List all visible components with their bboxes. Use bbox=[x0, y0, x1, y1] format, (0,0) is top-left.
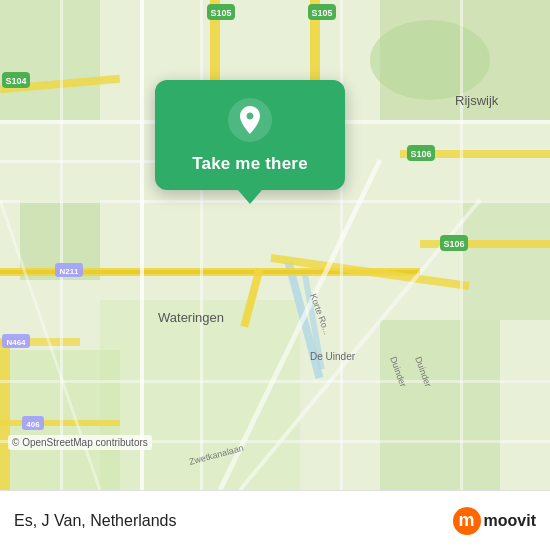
svg-rect-27 bbox=[60, 0, 63, 490]
svg-rect-25 bbox=[0, 200, 550, 203]
map-attribution: © OpenStreetMap contributors bbox=[8, 435, 152, 450]
svg-text:406: 406 bbox=[26, 420, 40, 429]
svg-rect-23 bbox=[140, 0, 144, 490]
svg-text:Rijswijk: Rijswijk bbox=[455, 93, 499, 108]
svg-text:De Uinder: De Uinder bbox=[310, 351, 356, 362]
svg-text:S105: S105 bbox=[311, 8, 332, 18]
svg-text:S104: S104 bbox=[5, 76, 26, 86]
moovit-icon: m bbox=[453, 507, 481, 535]
location-name: Es, J Van, Netherlands bbox=[14, 512, 453, 530]
pin-icon bbox=[228, 98, 272, 142]
svg-text:S105: S105 bbox=[210, 8, 231, 18]
moovit-logo: m moovit bbox=[453, 507, 536, 535]
map-container: S105 S105 S104 S106 S106 N211 N464 406 W… bbox=[0, 0, 550, 490]
svg-rect-6 bbox=[460, 200, 550, 320]
svg-rect-20 bbox=[0, 340, 10, 490]
svg-text:S106: S106 bbox=[410, 149, 431, 159]
svg-rect-5 bbox=[380, 320, 500, 490]
svg-rect-3 bbox=[0, 0, 100, 120]
svg-rect-28 bbox=[200, 0, 203, 490]
svg-text:N464: N464 bbox=[6, 338, 26, 347]
svg-text:Wateringen: Wateringen bbox=[158, 310, 224, 325]
svg-text:S106: S106 bbox=[443, 239, 464, 249]
svg-point-2 bbox=[370, 20, 490, 100]
svg-text:N211: N211 bbox=[59, 267, 79, 276]
take-me-there-popup[interactable]: Take me there bbox=[155, 80, 345, 190]
take-me-there-label: Take me there bbox=[192, 154, 308, 174]
bottom-bar: Es, J Van, Netherlands m moovit bbox=[0, 490, 550, 550]
moovit-text: moovit bbox=[484, 512, 536, 530]
map-background: S105 S105 S104 S106 S106 N211 N464 406 W… bbox=[0, 0, 550, 490]
